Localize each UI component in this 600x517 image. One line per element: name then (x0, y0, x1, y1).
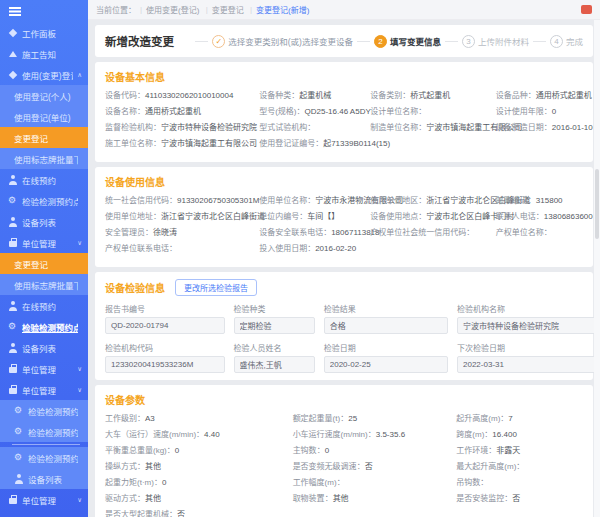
sidebar-item[interactable]: 检验检测预约点 (0, 316, 88, 337)
field-value: 0 (175, 446, 179, 455)
sidebar-menu: 工作面板 施工告知 使用(变更)登记 ∧ 使用登记(个人) (0, 22, 88, 510)
field: 驱动方式其他 (105, 494, 287, 503)
step-label: 完成 (566, 35, 583, 47)
sidebar-item[interactable]: 使用登记(单位) (0, 106, 88, 127)
menu-toggle-button[interactable] (0, 0, 88, 22)
form-field: 检验日期 2020-02-25 (324, 342, 448, 373)
field-label: 最大起升高度(m) (456, 462, 524, 471)
breadcrumb-item[interactable]: 变更登记(新增) (246, 4, 309, 15)
section-basic-info: 设备基本信息 设备代码41103302062010010004设备名称通用桥式起… (95, 62, 593, 162)
sidebar-item[interactable]: 使用标志牌批量下载 (0, 148, 88, 169)
field-label: 是否大型起重机械 (105, 510, 177, 517)
sidebar-item-icon (14, 427, 24, 437)
sidebar-item-label: 变更登记 (14, 132, 48, 144)
sidebar-item[interactable]: 单位管理 ∨ (0, 232, 88, 253)
field-label: 设计单位名称 (370, 107, 426, 116)
basic-info-grid: 设备代码41103302062010010004设备名称通用桥式起重机监督检验机… (105, 91, 583, 155)
field-value: 7 (508, 414, 512, 423)
change-report-button[interactable]: 更改所选检验报告 (175, 279, 257, 296)
sidebar: 工作面板 施工告知 使用(变更)登记 ∧ 使用登记(个人) (0, 0, 88, 517)
field: 是否大型起重机械否 (105, 510, 287, 517)
field: 邮政编码315800 (496, 196, 600, 205)
field-label: 设计使用年限 (496, 107, 552, 116)
sidebar-item[interactable] (12, 444, 80, 445)
form-field: 下次检验日期 2022-03-31 (457, 342, 596, 373)
sidebar-item[interactable]: 变更登记 (0, 127, 88, 148)
form-field: 检验机构代码 12330200419533236M (105, 342, 225, 373)
sidebar-item[interactable]: 使用标志牌批量下载 (0, 274, 88, 295)
field-value: QD25-16.46 A5DY (305, 107, 371, 116)
input-label: 检验机构代码 (105, 342, 225, 353)
input[interactable]: 宁波市特种设备检验研究院 (457, 317, 596, 334)
sidebar-item[interactable]: 施工告知 (0, 43, 88, 64)
form-field: 检验结果 合格 (324, 303, 448, 334)
field-label: 制造单位名称 (370, 123, 426, 132)
params-grid: 工作级别A3大车（运行）速度(m/min)4.40平衡重总重量(kg)0操纵方式… (105, 414, 583, 517)
input-label: 检验日期 (324, 342, 448, 353)
field: 最大起升高度(m) (456, 462, 595, 471)
sidebar-item[interactable]: 检验检测预约点 (0, 447, 88, 468)
section-header: 设备检验信息 更改所选检验报告 (105, 279, 583, 296)
sidebar-item-icon (8, 322, 18, 332)
section-params: 设备参数 工作级别A3大车（运行）速度(m/min)4.40平衡重总重量(kg)… (95, 385, 593, 517)
input[interactable]: QD-2020-01794 (105, 317, 225, 334)
field: 是否变频无级调速否 (293, 462, 451, 471)
breadcrumb-bar: 当前位置： 使用变更(登记) 变更登记 变更登记(新增) (88, 0, 600, 20)
breadcrumb-item[interactable]: 使用变更(登记) (136, 4, 199, 15)
input[interactable]: 合格 (324, 317, 448, 334)
breadcrumb-prefix: 当前位置： (96, 4, 136, 15)
field: 施工单位名称宁波市镇海起重工有限公司 (105, 139, 253, 148)
sidebar-item[interactable]: 检验检测预约点 (0, 400, 88, 421)
step-connector (357, 41, 370, 42)
sidebar-item-label: 检验检测预约点 (28, 426, 78, 438)
inspection-form: 报告书编号 QD-2020-01794 检验种类 定期检验 (105, 303, 583, 373)
chevron-icon: ∨ (77, 386, 82, 394)
step-label: 选择变更类别和(或)选择变更设备 (228, 35, 353, 47)
scrollbar-thumb[interactable] (595, 169, 599, 239)
sidebar-item-icon (8, 175, 18, 185)
chevron-icon: ∨ (77, 239, 82, 247)
step-circle: 2 (374, 35, 387, 48)
step: 2 填写变更信息 (353, 35, 441, 48)
sidebar-item[interactable]: 设备列表 (0, 211, 88, 232)
breadcrumb-item[interactable]: 变更登记 (202, 4, 244, 15)
input[interactable]: 2020-02-25 (324, 356, 448, 373)
scrollbar[interactable] (594, 20, 600, 517)
field-label: 跨度(m) (456, 430, 492, 439)
sidebar-item[interactable]: 检验检测预约点 (0, 190, 88, 211)
red-marker-icon (581, 5, 592, 14)
input[interactable]: 12330200419533236M (105, 356, 225, 373)
sidebar-item[interactable]: 设备列表 (0, 337, 88, 358)
field-value: 否 (512, 494, 520, 503)
field: 主钩数0 (293, 446, 451, 455)
sidebar-item[interactable]: 单位管理 ∨ (0, 379, 88, 400)
field-value: 车间【】 (307, 212, 339, 221)
field-column: 设备类别桥式起重机设计单位名称制造单位名称宁波市镇海起重工有限公司 (370, 91, 490, 155)
form-field: 检验机构名称 宁波市特种设备检验研究院 (457, 303, 596, 334)
field: 起升高度(m)7 (456, 414, 595, 423)
sidebar-item[interactable]: 在线预约 (0, 295, 88, 316)
sidebar-item[interactable]: 检验检测预约点 (0, 421, 88, 442)
step: 3 上传附件材料 (441, 35, 529, 48)
breadcrumb-separator (246, 5, 256, 14)
sidebar-item[interactable]: 变更登记 (0, 253, 88, 274)
sidebar-item[interactable]: 使用(变更)登记 ∧ (0, 64, 88, 85)
field-label: 使用单位名称 (259, 196, 315, 205)
sidebar-item[interactable]: 单位管理 ∨ (0, 489, 88, 510)
field-label: 工作级别 (105, 414, 145, 423)
field-label: 平衡重总重量(kg) (105, 446, 175, 455)
sidebar-item[interactable]: 设备列表 (0, 468, 88, 489)
hamburger-icon (9, 6, 21, 16)
field: 产权单位联系电话 (105, 244, 253, 253)
sidebar-item-label: 使用登记(单位) (14, 111, 71, 123)
sidebar-item[interactable]: 在线预约 (0, 169, 88, 190)
sidebar-item[interactable]: 单位管理 ∨ (0, 358, 88, 379)
input[interactable]: 盛伟杰,王帆 (234, 356, 315, 373)
input-value: 定期检验 (240, 320, 309, 331)
field-label: 设备类别 (370, 91, 410, 100)
sidebar-item[interactable]: 使用登记(个人) (0, 85, 88, 106)
input[interactable]: 2022-03-31 (457, 356, 596, 373)
input[interactable]: 定期检验 (234, 317, 315, 334)
sidebar-item[interactable]: 工作面板 (0, 22, 88, 43)
field-label: 单位内编号 (259, 212, 307, 221)
